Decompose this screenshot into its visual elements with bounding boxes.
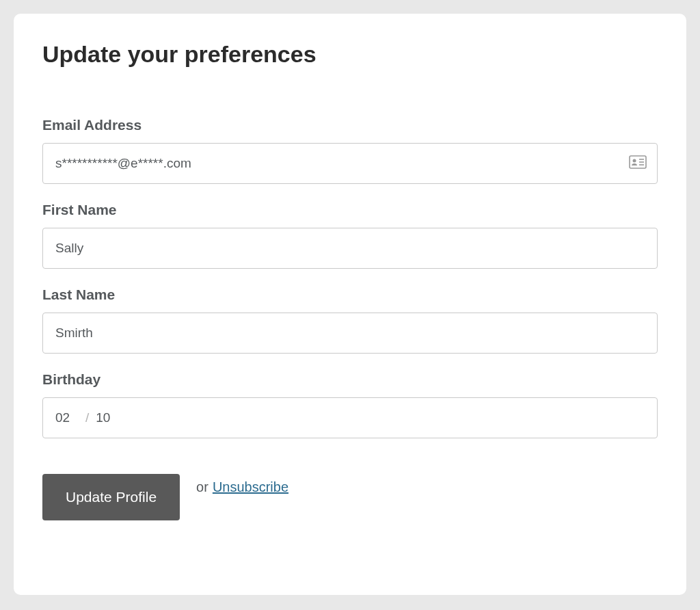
birthday-month-field[interactable]	[55, 410, 79, 425]
email-group: Email Address	[42, 117, 658, 184]
last-name-field[interactable]	[42, 313, 658, 354]
first-name-group: First Name	[42, 202, 658, 269]
svg-point-1	[633, 159, 636, 163]
first-name-field[interactable]	[42, 228, 658, 269]
birthday-separator: /	[85, 410, 89, 425]
or-unsubscribe: or Unsubscribe	[196, 479, 288, 495]
last-name-label: Last Name	[42, 287, 658, 303]
birthday-label: Birthday	[42, 371, 658, 388]
actions-row: Update Profile or Unsubscribe	[42, 474, 658, 520]
or-text: or	[196, 479, 208, 495]
birthday-input-wrapper: /	[42, 397, 658, 438]
birthday-group: Birthday /	[42, 371, 658, 438]
birthday-day-field[interactable]	[96, 410, 119, 425]
preferences-card: Update your preferences Email Address Fi…	[14, 14, 686, 595]
email-input-wrapper	[42, 143, 658, 184]
update-profile-button[interactable]: Update Profile	[42, 474, 180, 520]
last-name-group: Last Name	[42, 287, 658, 354]
email-label: Email Address	[42, 117, 658, 133]
first-name-label: First Name	[42, 202, 658, 218]
page-title: Update your preferences	[42, 41, 658, 68]
contact-card-icon	[629, 155, 647, 172]
email-field[interactable]	[42, 143, 658, 184]
unsubscribe-link[interactable]: Unsubscribe	[213, 479, 288, 495]
